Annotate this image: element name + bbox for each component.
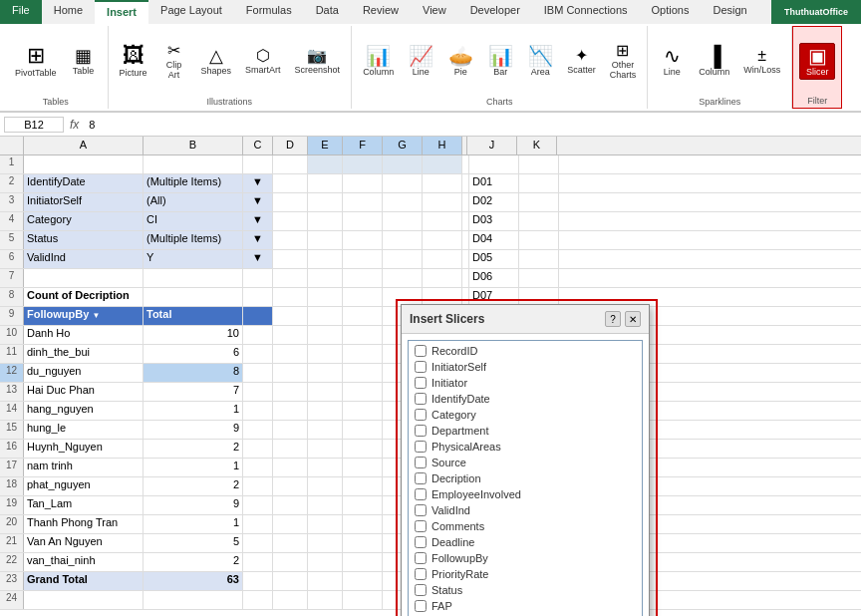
list-item[interactable]: Source (411, 455, 640, 470)
dialog-help-button[interactable]: ? (605, 311, 621, 327)
cell-reference-input[interactable] (4, 117, 64, 133)
checkbox-validind[interactable] (415, 504, 427, 516)
sparkline-line-icon: ∿ (664, 46, 681, 66)
tab-insert[interactable]: Insert (95, 0, 148, 24)
shapes-icon: △ (209, 47, 223, 65)
col-header-a[interactable]: A (24, 137, 144, 154)
checkbox-initiator[interactable] (415, 377, 427, 389)
checkbox-recordid[interactable] (415, 345, 427, 357)
tab-home[interactable]: Home (42, 0, 95, 24)
checkbox-decription[interactable] (415, 472, 427, 484)
area-chart-icon: 📉 (528, 46, 553, 66)
sparkline-line-button[interactable]: ∿ Line (654, 43, 690, 80)
col-header-d[interactable]: D (273, 137, 308, 154)
other-charts-button[interactable]: ⊞ OtherCharts (605, 40, 642, 83)
slicer-button[interactable]: ▣ Slicer (799, 43, 835, 80)
checkbox-physicalareas[interactable] (415, 441, 427, 453)
checkbox-status[interactable] (415, 584, 427, 596)
list-item[interactable]: PhysicalAreas (411, 439, 640, 455)
list-item[interactable]: Status (411, 582, 640, 598)
tab-options[interactable]: Options (640, 0, 702, 24)
tab-page-layout[interactable]: Page Layout (148, 0, 234, 24)
tab-design[interactable]: Design (701, 0, 758, 24)
checkbox-comments[interactable] (415, 520, 427, 532)
tab-formulas[interactable]: Formulas (234, 0, 304, 24)
dialog-close-button[interactable]: ✕ (625, 311, 641, 327)
checkbox-priorityrate[interactable] (415, 568, 427, 580)
pie-chart-button[interactable]: 🥧 Pie (442, 43, 478, 80)
tab-review[interactable]: Review (351, 0, 411, 24)
scatter-chart-button[interactable]: ✦ Scatter (562, 45, 601, 78)
column-headers: A B C D E F G H J K (0, 137, 861, 155)
list-item[interactable]: FollowupBy (411, 550, 640, 566)
tab-data[interactable]: Data (304, 0, 351, 24)
dialog-title: Insert Slicers (410, 312, 484, 326)
col-header-f[interactable]: F (343, 137, 383, 154)
col-header-c[interactable]: C (243, 137, 273, 154)
list-item[interactable]: RecordID (411, 343, 640, 359)
col-header-b[interactable]: B (144, 137, 243, 154)
col-header-j[interactable]: J (467, 137, 517, 154)
table-row: 3 InitiatorSelf (All) ▼ D02 (0, 193, 861, 212)
pivottable-button[interactable]: ⊞ PivotTable (10, 42, 62, 81)
table-button[interactable]: ▦ Table (66, 44, 102, 79)
dialog-titlebar: Insert Slicers ? ✕ (402, 305, 649, 334)
table-icon: ▦ (75, 47, 92, 65)
screenshot-button[interactable]: 📷 Screenshot (290, 45, 346, 78)
checkbox-initiatorself[interactable] (415, 361, 427, 373)
corner-cell (0, 137, 24, 154)
other-charts-icon: ⊞ (616, 43, 629, 59)
smartart-button[interactable]: ⬡ SmartArt (240, 45, 286, 78)
insert-slicers-dialog[interactable]: Insert Slicers ? ✕ RecordID InitiatorSel… (401, 304, 650, 616)
list-item[interactable]: EmployeeInvolved (411, 486, 640, 502)
clipart-button[interactable]: ✂ ClipArt (156, 40, 192, 83)
shapes-button[interactable]: △ Shapes (196, 44, 237, 79)
list-item[interactable]: Category (411, 407, 640, 423)
picture-button[interactable]: 🖼 Picture (115, 42, 152, 81)
col-header-k[interactable]: K (517, 137, 557, 154)
col-header-g[interactable]: G (383, 137, 423, 154)
list-item[interactable]: PriorityRate (411, 566, 640, 582)
list-item[interactable]: InitiatorSelf (411, 359, 640, 375)
list-item[interactable]: Department (411, 423, 640, 439)
sparkline-column-button[interactable]: ▐ Column (694, 43, 734, 80)
dialog-list[interactable]: RecordID InitiatorSelf Initiator Identif… (408, 340, 643, 616)
ribbon-content: ⊞ PivotTable ▦ Table Tables 🖼 Picture ✂ (0, 24, 861, 112)
checkbox-employeeinvolved[interactable] (415, 488, 427, 500)
checkbox-identifydate[interactable] (415, 393, 427, 405)
tab-ibm[interactable]: IBM Connections (532, 0, 640, 24)
line-chart-icon: 📈 (409, 46, 433, 66)
col-header-e[interactable]: E (308, 137, 343, 154)
checkbox-deadline[interactable] (415, 536, 427, 548)
table-row: 7 D06 (0, 269, 861, 288)
list-item[interactable]: Comments (411, 518, 640, 534)
checkbox-category[interactable] (415, 409, 427, 421)
dialog-list-container: RecordID InitiatorSelf Initiator Identif… (408, 340, 643, 616)
list-item[interactable]: Deadline (411, 534, 640, 550)
column-chart-button[interactable]: 📊 Column (358, 43, 399, 80)
sparkline-column-icon: ▐ (708, 46, 721, 66)
sparkline-winloss-button[interactable]: ± Win/Loss (738, 45, 785, 78)
col-header-h[interactable]: H (423, 137, 462, 154)
checkbox-department[interactable] (415, 425, 427, 437)
checkbox-followupby[interactable] (415, 552, 427, 564)
formula-input[interactable] (85, 118, 857, 132)
checkbox-fap[interactable] (415, 600, 427, 612)
ribbon: File Home Insert Page Layout Formulas Da… (0, 0, 861, 113)
picture-icon: 🖼 (123, 45, 144, 67)
tab-file[interactable]: File (0, 0, 42, 24)
list-item[interactable]: Decription (411, 470, 640, 486)
ribbon-group-charts: 📊 Column 📈 Line 🥧 Pie 📊 Bar 📉 Are (352, 26, 648, 109)
list-item[interactable]: IdentifyDate (411, 391, 640, 407)
checkbox-source[interactable] (415, 457, 427, 468)
line-chart-button[interactable]: 📈 Line (403, 43, 438, 80)
area-chart-button[interactable]: 📉 Area (522, 43, 558, 80)
slicer-icon: ▣ (808, 46, 827, 66)
tab-view[interactable]: View (411, 0, 458, 24)
list-item[interactable]: FAP (411, 598, 640, 614)
list-item[interactable]: ValidInd (411, 502, 640, 518)
list-item[interactable]: Initiator (411, 375, 640, 391)
sparkline-winloss-icon: ± (757, 48, 766, 64)
bar-chart-button[interactable]: 📊 Bar (482, 43, 518, 80)
tab-developer[interactable]: Developer (458, 0, 532, 24)
